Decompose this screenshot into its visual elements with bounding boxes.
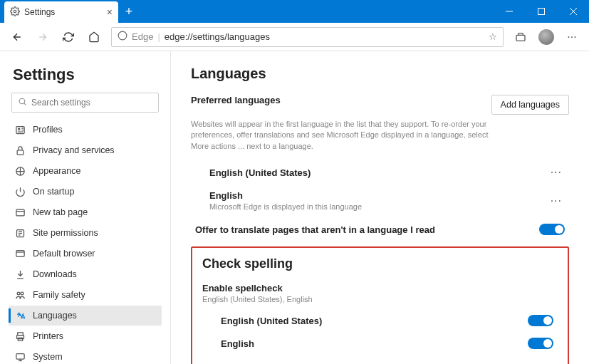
more-actions-button[interactable]: ··· (548, 194, 565, 207)
sidebar-item-default[interactable]: Default browser (9, 244, 162, 264)
download-icon (14, 269, 26, 280)
search-settings-box[interactable] (11, 93, 159, 113)
check-spelling-section: Check spelling Enable spellcheck English… (191, 246, 569, 364)
title-bar: Settings × + (0, 0, 589, 23)
language-row-en-us: English (United States) ··· (191, 160, 569, 184)
svg-point-0 (14, 10, 16, 13)
new-tab-button[interactable]: + (118, 0, 140, 23)
preferred-description: Websites will appear in the first langua… (191, 119, 504, 152)
spellcheck-toggle-en-us[interactable] (528, 315, 553, 326)
search-input[interactable] (31, 98, 152, 108)
tab-title: Settings (24, 7, 55, 17)
refresh-button[interactable] (57, 26, 80, 48)
permissions-icon (14, 227, 26, 239)
sidebar-item-startup[interactable]: On startup (9, 182, 162, 202)
lock-icon (14, 145, 26, 156)
enable-spellcheck-label: Enable spellcheck (202, 283, 558, 293)
enable-spellcheck-sub: English (United States), English (202, 295, 558, 303)
sidebar-item-label: Appearance (33, 166, 80, 176)
sidebar-item-languages[interactable]: Languages (9, 306, 162, 326)
family-icon (14, 289, 26, 301)
svg-rect-6 (516, 35, 525, 41)
profile-button[interactable] (535, 26, 558, 48)
system-icon (14, 351, 26, 363)
preferred-title: Preferred languages (191, 95, 281, 105)
sidebar-item-label: Family safety (33, 290, 85, 300)
sidebar-item-system[interactable]: System (9, 347, 162, 364)
sidebar-item-downloads[interactable]: Downloads (9, 264, 162, 284)
home-button[interactable] (83, 26, 105, 48)
profile-icon (14, 124, 26, 135)
sidebar-item-label: Default browser (33, 249, 95, 259)
content-area: Settings Profiles Privacy and services A… (0, 51, 589, 364)
sidebar-item-label: Profiles (33, 125, 63, 135)
sidebar-item-profiles[interactable]: Profiles (9, 120, 162, 140)
newtab-icon (14, 207, 26, 218)
spellcheck-lang: English (United States) (221, 316, 322, 326)
preferred-languages-header: Preferred languages Add languages (191, 95, 569, 115)
add-languages-button[interactable]: Add languages (491, 95, 569, 115)
edge-logo-icon (118, 31, 127, 43)
more-actions-button[interactable]: ··· (548, 166, 565, 179)
extensions-button[interactable] (509, 26, 532, 48)
sidebar-item-printers[interactable]: Printers (9, 326, 162, 346)
sidebar-item-label: System (33, 352, 63, 362)
svg-point-22 (21, 292, 24, 295)
spellcheck-row-en: English (202, 332, 558, 355)
window-controls (493, 0, 589, 23)
translate-toggle[interactable] (539, 224, 565, 235)
gear-icon (10, 6, 20, 19)
sidebar-item-permissions[interactable]: Site permissions (9, 223, 162, 243)
sidebar-item-label: New tab page (33, 207, 88, 217)
address-separator: | (157, 31, 160, 42)
svg-rect-19 (16, 250, 24, 256)
favorite-icon[interactable]: ☆ (489, 31, 497, 42)
svg-rect-26 (16, 353, 24, 359)
address-bar[interactable]: Edge | edge://settings/languages ☆ (111, 27, 504, 47)
address-brand: Edge (132, 31, 153, 42)
search-icon (18, 96, 27, 109)
sidebar-item-label: On startup (33, 187, 74, 197)
svg-point-5 (118, 31, 127, 40)
tabs-area: Settings × + (0, 0, 140, 23)
svg-rect-11 (17, 150, 24, 154)
sidebar-item-label: Languages (33, 311, 77, 321)
svg-rect-13 (16, 209, 24, 216)
sidebar-item-label: Privacy and services (33, 145, 115, 155)
spellcheck-lang: English (221, 338, 254, 349)
power-icon (14, 186, 26, 197)
browser-icon (14, 248, 26, 259)
sidebar-item-label: Downloads (33, 269, 77, 279)
tab-settings[interactable]: Settings × (4, 1, 118, 23)
svg-point-7 (19, 98, 25, 104)
add-delete-words-row[interactable]: Add or delete words › (202, 355, 558, 364)
main-panel: Languages Preferred languages Add langua… (171, 51, 589, 364)
sidebar-item-privacy[interactable]: Privacy and services (9, 140, 162, 160)
spellcheck-row-en-us: English (United States) (202, 309, 558, 332)
settings-title: Settings (13, 66, 162, 84)
sidebar-item-family[interactable]: Family safety (9, 285, 162, 305)
address-url: edge://settings/languages (165, 31, 270, 42)
settings-sidebar: Settings Profiles Privacy and services A… (0, 51, 171, 364)
svg-point-10 (18, 128, 20, 130)
svg-line-8 (24, 103, 26, 105)
page-heading: Languages (191, 66, 569, 82)
translate-toggle-row: Offer to translate pages that aren't in … (191, 217, 569, 242)
forward-button[interactable] (31, 26, 54, 48)
maximize-button[interactable] (525, 0, 557, 23)
language-name: English (United States) (209, 167, 311, 178)
sidebar-item-newtab[interactable]: New tab page (9, 202, 162, 222)
language-subtext: Microsoft Edge is displayed in this lang… (209, 202, 362, 211)
minimize-button[interactable] (493, 0, 525, 23)
close-window-button[interactable] (557, 0, 589, 23)
svg-point-21 (17, 292, 20, 295)
menu-button[interactable]: ··· (561, 26, 583, 48)
language-row-en: English Microsoft Edge is displayed in t… (191, 184, 569, 217)
toolbar: Edge | edge://settings/languages ☆ ··· (0, 23, 589, 51)
appearance-icon (14, 165, 26, 177)
close-tab-icon[interactable]: × (107, 6, 113, 18)
spellcheck-toggle-en[interactable] (528, 338, 553, 349)
back-button[interactable] (6, 26, 28, 48)
sidebar-item-appearance[interactable]: Appearance (9, 161, 162, 181)
check-spelling-title: Check spelling (202, 256, 558, 271)
